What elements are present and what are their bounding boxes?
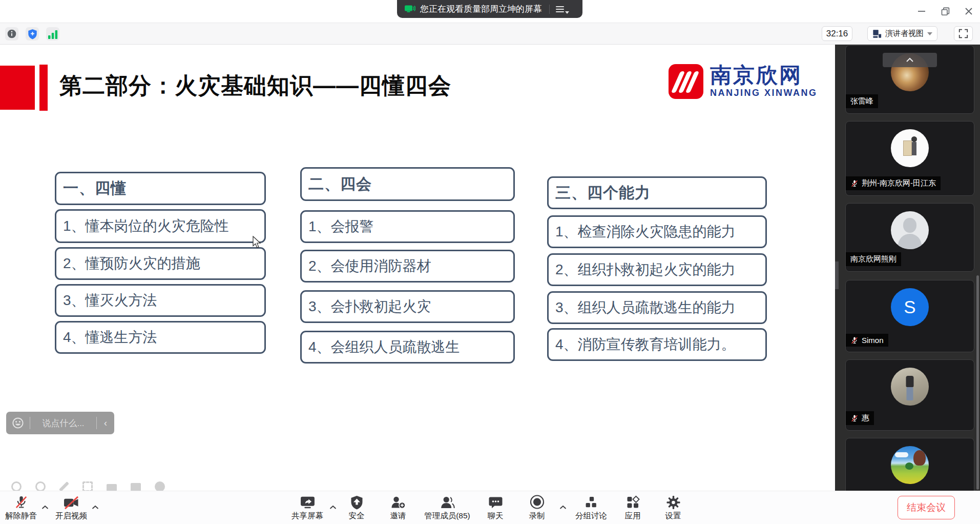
video-options-chevron[interactable] bbox=[92, 502, 99, 512]
mic-muted-icon bbox=[850, 336, 859, 345]
more-tools-icon[interactable] bbox=[155, 481, 165, 491]
breakout-rooms-button[interactable]: 分组讨论 bbox=[575, 494, 607, 521]
redo-icon[interactable] bbox=[35, 481, 46, 491]
participant-name: 南京欣网熊刚 bbox=[846, 252, 901, 266]
logo-name-en: NANJING XINWANG bbox=[710, 88, 818, 98]
breakout-squares-icon bbox=[585, 496, 598, 510]
participants-sidebar: › 张雷峰 荆州-南京欣网-田江东 bbox=[835, 45, 980, 491]
column2-item: 2、会使用消防器材 bbox=[300, 250, 515, 283]
column1-item: 1、懂本岗位的火灾危险性 bbox=[55, 209, 266, 243]
security-shield-icon bbox=[350, 495, 363, 510]
share-options-chevron[interactable] bbox=[329, 502, 337, 512]
meeting-timer: 32:16 bbox=[822, 26, 852, 41]
participant-tile[interactable] bbox=[845, 438, 974, 491]
share-banner-text: 您正在观看质量部周立坤的屏幕 bbox=[420, 3, 542, 15]
shared-screen-slide: 第二部分：火灾基础知识——四懂四会 南京欣网 NANJING XINWANG 一… bbox=[0, 45, 835, 491]
column1-item: 4、懂逃生方法 bbox=[55, 321, 266, 354]
settings-button[interactable]: 设置 bbox=[665, 494, 681, 521]
emoji-button[interactable] bbox=[6, 417, 30, 429]
sidebar-collapse-up-button[interactable] bbox=[883, 53, 937, 67]
participant-tile[interactable]: 惠 bbox=[845, 359, 974, 431]
restore-button[interactable] bbox=[940, 6, 950, 16]
chat-input[interactable]: 说点什么... bbox=[30, 417, 96, 429]
participant-tile[interactable]: S Simon bbox=[845, 280, 974, 352]
avatar bbox=[891, 446, 929, 484]
video-capture-icon[interactable] bbox=[107, 484, 117, 491]
signal-bars-icon bbox=[47, 29, 58, 39]
end-meeting-button[interactable]: 结束会议 bbox=[898, 496, 955, 519]
start-video-button[interactable]: 开启视频 bbox=[55, 494, 87, 521]
column3-item: 4、消防宣传教育培训能力。 bbox=[547, 328, 767, 361]
participant-tile[interactable]: 南京欣网熊刚 bbox=[845, 203, 974, 272]
share-screen-icon bbox=[300, 495, 316, 510]
participant-tile[interactable]: 荆州-南京欣网-田江东 bbox=[845, 121, 974, 196]
fullscreen-icon bbox=[958, 29, 968, 38]
close-button[interactable] bbox=[964, 6, 974, 16]
column1-item: 2、懂预防火灾的措施 bbox=[55, 247, 266, 280]
network-status-button[interactable] bbox=[46, 27, 59, 41]
info-icon bbox=[7, 29, 17, 39]
avatar bbox=[891, 129, 929, 167]
logo-slashes-icon bbox=[669, 64, 703, 99]
column1-item: 3、懂灭火方法 bbox=[55, 284, 266, 317]
participant-tile[interactable]: 张雷峰 bbox=[845, 45, 974, 114]
mic-muted-icon bbox=[850, 179, 859, 188]
column2-item: 3、会扑救初起火灾 bbox=[300, 290, 515, 323]
faded-annotation-toolbar bbox=[11, 481, 165, 491]
column3-header: 三、四个能力 bbox=[547, 176, 767, 209]
save-icon[interactable] bbox=[131, 483, 141, 491]
mute-options-chevron[interactable] bbox=[41, 502, 49, 512]
meeting-info-button[interactable] bbox=[5, 27, 18, 41]
bottom-controls-bar: 解除静音 开启视频 bbox=[0, 491, 980, 524]
sidebar-scrollbar[interactable] bbox=[976, 275, 979, 490]
mic-muted-icon bbox=[14, 495, 29, 510]
minimize-button[interactable] bbox=[916, 6, 927, 16]
apps-grid-icon bbox=[625, 495, 640, 510]
invite-button[interactable]: 邀请 bbox=[390, 494, 406, 521]
camera-off-icon bbox=[63, 496, 80, 510]
chat-button[interactable]: 聊天 bbox=[488, 494, 504, 521]
slide-title: 第二部分：火灾基础知识——四懂四会 bbox=[59, 62, 451, 109]
column2-item: 4、会组织人员疏散逃生 bbox=[300, 331, 515, 364]
column2-item: 1、会报警 bbox=[300, 210, 515, 243]
select-frame-icon[interactable] bbox=[82, 481, 93, 491]
participant-name: 荆州-南京欣网-田江东 bbox=[846, 176, 941, 190]
record-icon bbox=[529, 494, 545, 510]
unmute-button[interactable]: 解除静音 bbox=[5, 494, 37, 521]
participant-name: 张雷峰 bbox=[846, 94, 878, 108]
security-button[interactable]: 安全 bbox=[349, 494, 365, 521]
column3-item: 3、组织人员疏散逃生的能力 bbox=[547, 291, 767, 324]
column1-header: 一、四懂 bbox=[55, 172, 266, 205]
sidebar-collapse-handle[interactable]: › bbox=[835, 261, 839, 289]
avatar bbox=[891, 211, 929, 249]
fullscreen-button[interactable] bbox=[954, 26, 973, 41]
shield-plus-icon bbox=[28, 29, 37, 39]
mic-muted-icon bbox=[850, 414, 859, 422]
smiley-icon bbox=[12, 417, 24, 429]
record-options-chevron[interactable] bbox=[559, 502, 567, 512]
chat-quick-bar: 说点什么... ‹ bbox=[6, 412, 114, 434]
column3-item: 1、检查消除火灾隐患的能力 bbox=[547, 215, 767, 248]
share-screen-button[interactable]: 共享屏幕 bbox=[291, 494, 323, 521]
column2-header: 二、四会 bbox=[300, 167, 515, 201]
members-icon bbox=[440, 495, 455, 510]
banner-menu-icon[interactable] bbox=[556, 4, 569, 14]
record-button[interactable]: 录制 bbox=[529, 494, 545, 521]
meeting-window: 您正在观看质量部周立坤的屏幕 bbox=[0, 0, 980, 524]
chat-bubble-icon bbox=[488, 496, 503, 510]
pencil-icon[interactable] bbox=[59, 481, 69, 491]
participant-name: 惠 bbox=[846, 411, 874, 425]
chat-collapse-button[interactable]: ‹ bbox=[97, 418, 114, 429]
logo-name-cn: 南京欣网 bbox=[710, 64, 818, 87]
meeting-security-button[interactable] bbox=[26, 27, 39, 41]
company-logo: 南京欣网 NANJING XINWANG bbox=[669, 64, 818, 99]
meeting-toolbar: 32:16 演讲者视图 bbox=[0, 23, 980, 45]
column3-item: 2、组织扑救初起火灾的能力 bbox=[547, 253, 767, 286]
apps-button[interactable]: 应用 bbox=[625, 494, 641, 521]
view-mode-button[interactable]: 演讲者视图 bbox=[867, 26, 937, 41]
avatar: S bbox=[891, 288, 929, 326]
manage-members-button[interactable]: 管理成员(85) bbox=[424, 494, 470, 521]
undo-icon[interactable] bbox=[11, 481, 22, 491]
speaker-view-icon bbox=[872, 29, 882, 38]
avatar bbox=[891, 368, 929, 406]
